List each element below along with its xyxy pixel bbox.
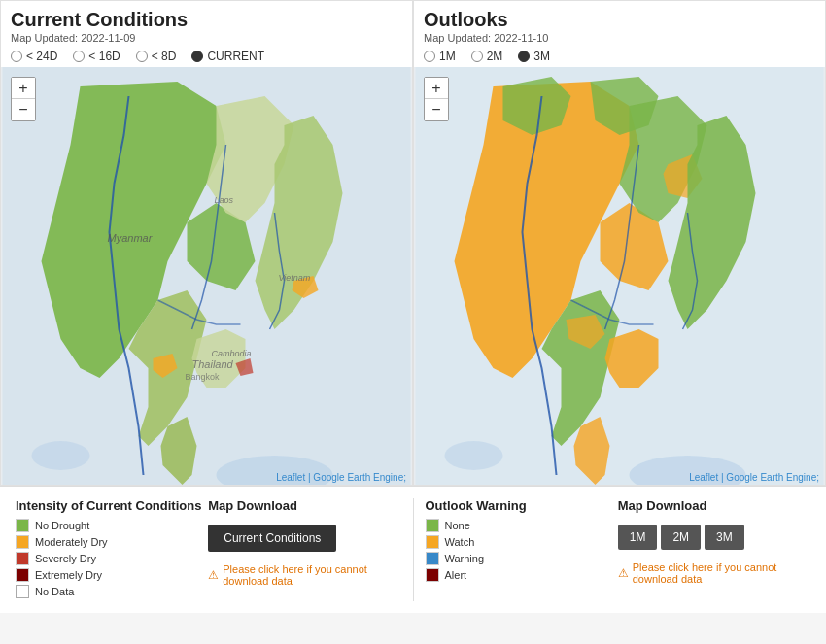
left-zoom-out-button[interactable]: − — [12, 99, 35, 120]
left-map-header: Current Conditions Map Updated: 2022-11-… — [1, 1, 412, 46]
download-3m-button[interactable]: 3M — [705, 525, 744, 550]
maps-row: Current Conditions Map Updated: 2022-11-… — [0, 0, 826, 486]
left-map-panel: Current Conditions Map Updated: 2022-11-… — [0, 0, 413, 486]
bottom-row: Intensity of Current Conditions No Droug… — [0, 486, 826, 613]
radio-16d[interactable]: < 16D — [73, 50, 120, 63]
label-warning: Warning — [445, 553, 485, 564]
swatch-extremely-dry — [16, 568, 29, 582]
legend-moderately-dry: Moderately Dry — [16, 535, 208, 549]
svg-point-33 — [445, 441, 503, 470]
left-zoom-in-button[interactable]: + — [12, 78, 35, 99]
radio-2m-circle — [471, 51, 483, 62]
radio-24d[interactable]: < 24D — [11, 50, 57, 63]
radio-8d[interactable]: < 8D — [136, 50, 177, 63]
radio-1m-circle — [424, 51, 435, 62]
current-conditions-download-button[interactable]: Current Conditions — [208, 525, 336, 552]
radio-current[interactable]: CURRENT — [191, 50, 264, 63]
legend-extremely-dry: Extremely Dry — [16, 568, 208, 582]
label-moderately-dry: Moderately Dry — [35, 536, 108, 548]
legend-no-drought: No Drought — [16, 519, 208, 532]
swatch-moderately-dry — [16, 535, 29, 549]
label-extremely-dry: Extremely Dry — [35, 569, 102, 581]
right-zoom-controls: + − — [424, 77, 449, 121]
swatch-warning — [426, 552, 439, 565]
left-download-section: Map Download Current Conditions ⚠ Please… — [208, 498, 400, 601]
svg-text:Myanmar: Myanmar — [108, 232, 154, 244]
divider — [413, 498, 414, 601]
radio-3m-label: 3M — [533, 50, 550, 63]
label-no-drought: No Drought — [35, 520, 89, 531]
radio-2m-label: 2M — [487, 50, 503, 63]
warning-icon-right: ⚠ — [618, 566, 629, 580]
radio-8d-label: < 8D — [152, 50, 177, 63]
radio-1m-label: 1M — [439, 50, 456, 63]
right-warning-text: Please click here if you cannot download… — [633, 561, 810, 585]
label-none: None — [445, 520, 470, 531]
legend-alert: Alert — [426, 568, 618, 582]
label-alert: Alert — [445, 569, 467, 581]
right-legend-title: Outlook Warning — [426, 498, 618, 513]
swatch-alert — [426, 568, 439, 582]
right-legend-section: Outlook Warning None Watch Warning Alert — [426, 498, 618, 601]
legend-none: None — [426, 519, 618, 532]
download-2m-button[interactable]: 2M — [661, 525, 701, 550]
left-legend-title: Intensity of Current Conditions — [16, 498, 208, 513]
legend-warning: Warning — [426, 552, 618, 565]
warning-icon-left: ⚠ — [208, 568, 219, 582]
svg-text:Bangkok: Bangkok — [186, 372, 221, 382]
left-attribution[interactable]: Leaflet | Google Earth Engine; — [276, 472, 406, 483]
radio-3m[interactable]: 3M — [518, 50, 550, 63]
right-map-header: Outlooks Map Updated: 2022-11-10 — [414, 1, 825, 46]
right-map-viewport: + − — [414, 67, 825, 485]
right-map-title: Outlooks — [424, 9, 815, 31]
label-watch: Watch — [445, 536, 475, 548]
radio-24d-label: < 24D — [26, 50, 57, 63]
label-no-data: No Data — [35, 586, 74, 597]
right-map-updated: Map Updated: 2022-11-10 — [424, 32, 815, 44]
radio-24d-circle — [11, 51, 22, 62]
right-attribution[interactable]: Leaflet | Google Earth Engine; — [689, 472, 819, 483]
outlook-download-buttons: 1M 2M 3M — [618, 525, 810, 550]
radio-2m[interactable]: 2M — [471, 50, 503, 63]
download-1m-button[interactable]: 1M — [618, 525, 658, 550]
left-controls-row: < 24D < 16D < 8D CURRENT — [1, 46, 412, 67]
radio-16d-label: < 16D — [88, 50, 120, 63]
left-warning-text: Please click here if you cannot download… — [223, 563, 400, 587]
swatch-severely-dry — [16, 552, 29, 565]
main-container: Current Conditions Map Updated: 2022-11-… — [0, 0, 826, 613]
label-severely-dry: Severely Dry — [35, 553, 96, 564]
swatch-no-drought — [16, 519, 29, 532]
legend-severely-dry: Severely Dry — [16, 552, 208, 565]
swatch-watch — [426, 535, 439, 549]
right-download-title: Map Download — [618, 498, 810, 513]
radio-current-circle — [191, 51, 203, 62]
right-download-warning[interactable]: ⚠ Please click here if you cannot downlo… — [618, 561, 810, 585]
legend-no-data: No Data — [16, 585, 208, 598]
right-download-section: Map Download 1M 2M 3M ⚠ Please click her… — [618, 498, 810, 601]
left-map-viewport: + − — [1, 67, 412, 485]
svg-text:Laos: Laos — [215, 195, 234, 205]
right-zoom-out-button[interactable]: − — [425, 99, 448, 120]
swatch-no-data — [16, 585, 29, 598]
right-map-panel: Outlooks Map Updated: 2022-11-10 1M 2M 3… — [413, 0, 826, 486]
right-zoom-in-button[interactable]: + — [425, 78, 448, 99]
left-map-updated: Map Updated: 2022-11-09 — [11, 32, 402, 44]
svg-point-13 — [32, 441, 90, 470]
legend-watch: Watch — [426, 535, 618, 549]
left-map-title: Current Conditions — [11, 9, 402, 31]
radio-8d-circle — [136, 51, 148, 62]
radio-3m-circle — [518, 51, 530, 62]
svg-text:Vietnam: Vietnam — [279, 273, 311, 283]
swatch-none — [426, 519, 439, 532]
radio-current-label: CURRENT — [207, 50, 264, 63]
left-legend-section: Intensity of Current Conditions No Droug… — [16, 498, 208, 601]
right-map-svg — [414, 67, 825, 485]
right-controls-row: 1M 2M 3M — [414, 46, 825, 67]
svg-text:Cambodia: Cambodia — [212, 349, 252, 358]
radio-1m[interactable]: 1M — [424, 50, 456, 63]
left-map-svg: Thailand Bangkok Cambodia Vietnam Laos M… — [1, 67, 412, 485]
left-download-title: Map Download — [208, 498, 400, 513]
radio-16d-circle — [73, 51, 85, 62]
left-download-warning[interactable]: ⚠ Please click here if you cannot downlo… — [208, 563, 400, 587]
left-zoom-controls: + − — [11, 77, 36, 121]
